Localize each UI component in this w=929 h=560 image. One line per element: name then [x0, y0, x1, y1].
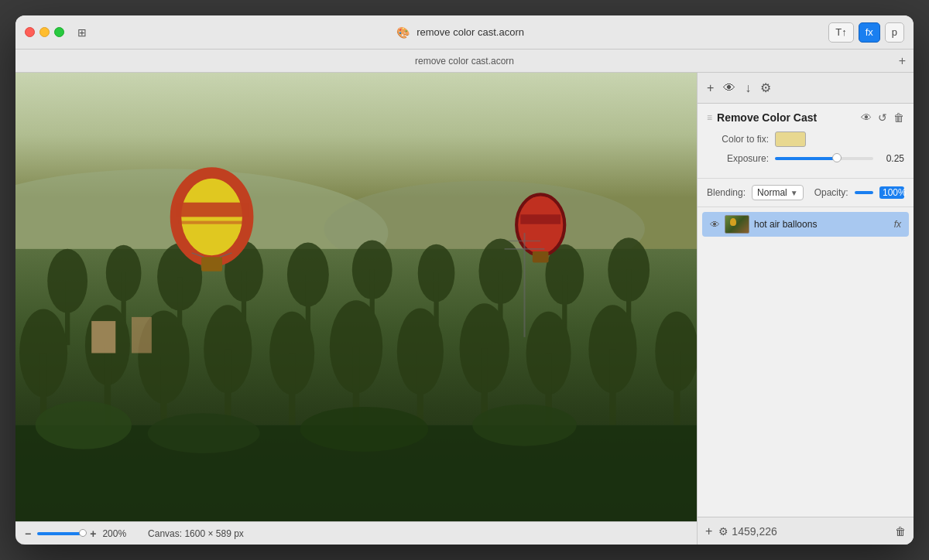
- filter-visibility-button[interactable]: 👁: [723, 81, 735, 95]
- color-label: Color to fix:: [707, 134, 769, 145]
- exposure-value: 0.25: [879, 153, 904, 164]
- filter-header: ≡ Remove Color Cast 👁 ↺ 🗑: [707, 111, 904, 124]
- sidebar-icon: ⊞: [77, 26, 87, 39]
- svg-rect-47: [91, 321, 115, 353]
- blending-section: Blending: Normal ▼ Opacity: 100%: [698, 179, 914, 207]
- color-to-fix-row: Color to fix:: [707, 131, 904, 147]
- titlebar-filename: remove color cast.acorn: [417, 26, 524, 38]
- zoom-slider[interactable]: [37, 532, 84, 535]
- download-button[interactable]: ↓: [745, 81, 751, 95]
- tab-add-button[interactable]: +: [899, 55, 906, 67]
- filter-reset-button[interactable]: ↺: [878, 111, 887, 124]
- filter-eye-button[interactable]: 👁: [861, 111, 872, 124]
- exposure-label: Exposure:: [707, 153, 769, 164]
- panel-bottom: + ⚙ 1459,226 🗑: [698, 517, 914, 545]
- panel-add-layer-button[interactable]: +: [705, 524, 712, 538]
- layer-name: hot air balloons: [754, 219, 890, 230]
- app-window: ⊞ 🎨 remove color cast.acorn T↑ fx p remo…: [15, 15, 914, 545]
- file-icon: 🎨: [395, 25, 410, 40]
- layer-thumb-detail: [730, 218, 736, 226]
- eye-icon: 👁: [723, 81, 735, 95]
- svg-point-50: [36, 401, 132, 449]
- svg-rect-63: [520, 214, 560, 224]
- layers-section: 👁 hot air balloons fx: [698, 207, 914, 517]
- download-icon: ↓: [745, 81, 751, 95]
- layer-eye-icon[interactable]: 👁: [710, 219, 720, 230]
- zoom-level: 200%: [102, 528, 126, 539]
- gear-icon: ⚙: [760, 80, 771, 95]
- canvas-bottom-bar: − + 200% Canvas: 1600 × 589 px: [15, 521, 697, 545]
- svg-point-51: [148, 413, 260, 453]
- zoom-out-button[interactable]: −: [25, 528, 31, 540]
- filter-section: ≡ Remove Color Cast 👁 ↺ 🗑: [698, 104, 914, 179]
- panel-gear-button[interactable]: ⚙ 1459,226: [718, 525, 776, 538]
- maximize-button[interactable]: [54, 27, 64, 37]
- panel-gear-icon: ⚙: [718, 525, 728, 538]
- exposure-thumb: [832, 153, 842, 162]
- close-button[interactable]: [25, 27, 35, 37]
- drag-handle-icon[interactable]: ≡: [707, 112, 712, 123]
- panel-coords: 1459,226: [732, 525, 776, 538]
- svg-rect-59: [201, 257, 222, 271]
- canvas-svg: [15, 73, 697, 521]
- filter-trash-icon: 🗑: [893, 111, 904, 124]
- blending-label: Blending:: [707, 187, 746, 198]
- canvas-wrapper: [15, 73, 697, 521]
- filter-header-icons: 👁 ↺ 🗑: [861, 111, 904, 124]
- svg-rect-48: [132, 317, 152, 353]
- color-swatch[interactable]: [775, 131, 806, 147]
- fx-button[interactable]: fx: [859, 22, 880, 43]
- zoom-in-button[interactable]: +: [90, 528, 96, 540]
- opacity-slider[interactable]: [855, 191, 873, 194]
- svg-rect-6: [65, 281, 70, 345]
- photo-canvas: [15, 73, 697, 521]
- opacity-value: 100%: [879, 186, 904, 199]
- svg-rect-57: [178, 221, 245, 224]
- opacity-label: Opacity:: [814, 187, 848, 198]
- exposure-slider[interactable]: [775, 157, 873, 160]
- tools-button[interactable]: T↑: [828, 22, 853, 43]
- filter-settings-button[interactable]: ⚙: [760, 80, 771, 95]
- tabbar: remove color cast.acorn +: [15, 50, 914, 73]
- right-panel: + 👁 ↓ ⚙ ≡ Remove Color Cast: [697, 73, 914, 545]
- tab-title: remove color cast.acorn: [415, 56, 514, 67]
- filter-refresh-icon: ↺: [878, 111, 887, 124]
- filter-delete-button[interactable]: 🗑: [893, 111, 904, 124]
- filter-eye-icon: 👁: [861, 111, 872, 124]
- main-content: − + 200% Canvas: 1600 × 589 px + 👁: [15, 73, 914, 545]
- svg-point-52: [300, 407, 429, 452]
- layer-thumbnail: [725, 215, 749, 234]
- exposure-row: Exposure: 0.25: [707, 153, 904, 164]
- panel-trash-button[interactable]: 🗑: [895, 525, 906, 538]
- p-button[interactable]: p: [885, 22, 904, 43]
- sidebar-toggle-button[interactable]: ⊞: [74, 24, 91, 41]
- blending-mode-value: Normal: [757, 187, 787, 198]
- svg-rect-65: [533, 251, 549, 263]
- titlebar: ⊞ 🎨 remove color cast.acorn T↑ fx p: [15, 15, 914, 50]
- svg-rect-56: [176, 203, 248, 217]
- chevron-down-icon: ▼: [790, 189, 798, 197]
- canvas-area: − + 200% Canvas: 1600 × 589 px: [15, 73, 697, 545]
- minimize-button[interactable]: [39, 27, 50, 37]
- zoom-slider-thumb: [79, 529, 87, 537]
- layer-row[interactable]: 👁 hot air balloons fx: [702, 212, 909, 237]
- panel-toolbar: + 👁 ↓ ⚙: [698, 73, 914, 104]
- titlebar-right: T↑ fx p: [828, 22, 904, 43]
- canvas-size: Canvas: 1600 × 589 px: [148, 528, 244, 539]
- blending-mode-select[interactable]: Normal ▼: [752, 185, 804, 200]
- add-filter-button[interactable]: +: [707, 81, 714, 95]
- plus-icon: +: [707, 81, 714, 95]
- titlebar-center: 🎨 remove color cast.acorn: [91, 25, 828, 40]
- filter-name-label: Remove Color Cast: [717, 111, 856, 124]
- layer-fx-label[interactable]: fx: [894, 219, 901, 230]
- svg-point-53: [472, 405, 577, 446]
- traffic-lights: [25, 27, 64, 37]
